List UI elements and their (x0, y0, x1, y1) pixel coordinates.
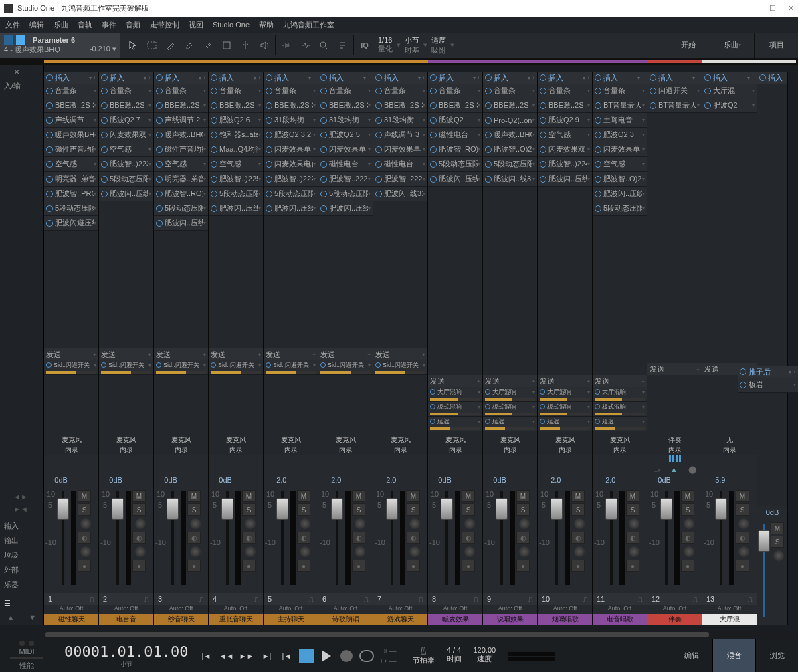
record-arm-button[interactable]: ● (242, 560, 256, 572)
input-label[interactable]: 内录 (99, 445, 153, 455)
route-label[interactable]: 伴奏 (647, 435, 702, 445)
monitor-button[interactable]: ◐ (352, 532, 365, 544)
fx-icon[interactable]: ▲ (670, 465, 678, 473)
solo-button[interactable]: S (516, 503, 530, 516)
mute-button[interactable]: M (626, 490, 639, 502)
channel-type-icon[interactable]: ⎍ (144, 595, 149, 603)
fader-knob[interactable] (605, 498, 617, 520)
insert-slot[interactable]: 肥波智..O)23▾ (483, 142, 537, 157)
channel-type-icon[interactable]: ⎍ (254, 595, 259, 603)
sidebar-外部[interactable]: 外部 (0, 562, 43, 577)
monitor-button[interactable]: ◐ (681, 532, 694, 544)
gain-knob[interactable] (519, 546, 530, 557)
insert-slot[interactable]: 肥波Q2 3 2▾ (264, 128, 318, 142)
insert-slot[interactable]: 音量条▾ (44, 84, 98, 98)
bend-tool-icon[interactable] (296, 36, 314, 55)
channel-name[interactable]: 说唱效果 (483, 614, 537, 625)
insert-slot[interactable]: 明亮器..弟音效▾ (154, 172, 208, 187)
mute-tool-icon[interactable] (217, 36, 236, 55)
sidebar-输出[interactable]: 输出 (0, 533, 43, 548)
pan-knob[interactable] (355, 518, 365, 529)
insert-slot[interactable]: BBE激..2S-3▾ (209, 98, 263, 113)
db-value[interactable]: -2.0 (384, 476, 397, 484)
route-label[interactable]: 麦克风 (593, 435, 647, 445)
insert-slot[interactable]: 5段动态压限▾ (154, 201, 208, 216)
send-slot[interactable]: 延迟▾ (538, 417, 592, 431)
route-label[interactable]: 麦克风 (209, 435, 263, 445)
insert-slot[interactable]: 肥波闪..压线36▾ (538, 172, 592, 187)
insert-slot[interactable]: 磁性电台▾ (428, 128, 482, 142)
horizontal-scrollbar[interactable] (44, 631, 798, 639)
tab-项目[interactable]: 项目 (754, 33, 798, 58)
mute-button[interactable]: M (736, 490, 749, 502)
record-arm-button[interactable]: ● (462, 560, 475, 572)
send-slot[interactable]: Sid..闪避开关▾ (373, 360, 427, 375)
send-slot[interactable]: 延迟▾ (593, 417, 647, 431)
loop-button[interactable] (359, 650, 374, 662)
send-slot[interactable]: 大厅混响▾ (428, 387, 482, 402)
input-label[interactable]: 内录 (647, 445, 702, 455)
insert-slot[interactable]: 闪麦效果单▾ (264, 142, 318, 157)
db-value[interactable]: 0dB (109, 476, 122, 484)
insert-slot[interactable]: 音量条▾ (154, 84, 208, 98)
monitor-button[interactable]: ◐ (407, 532, 420, 544)
automation-mode[interactable]: Auto: Off (483, 605, 537, 614)
insert-slot[interactable]: 空气感▾ (538, 128, 592, 142)
view-混音[interactable]: 混音 (712, 639, 755, 673)
insert-slot[interactable]: 肥波智..RO)3▾ (154, 187, 208, 201)
send-slot[interactable]: Sid..闪避开关▾ (154, 360, 208, 375)
menu-icon[interactable]: ☰ (4, 599, 11, 608)
insert-slot[interactable]: 肥波闪..线311▾ (373, 187, 427, 201)
channel-name[interactable]: 喊麦效果 (428, 614, 482, 625)
insert-header[interactable]: 插入▾ + (44, 72, 98, 84)
automation-mode[interactable]: Auto: Off (702, 605, 757, 614)
fader-knob[interactable] (221, 498, 233, 520)
insert-slot[interactable]: 肥波智..)223▾ (99, 157, 153, 172)
channel-name[interactable]: 主持聊天 (264, 614, 318, 625)
input-label[interactable]: 内录 (209, 445, 263, 455)
insert-slot[interactable]: 肥波Q2 9▾ (538, 113, 592, 128)
timecode-display[interactable]: 00001.01.01.00 (54, 643, 199, 660)
mute-button[interactable]: M (571, 490, 585, 502)
solo-button[interactable]: S (407, 503, 420, 516)
time-signature[interactable]: 4 / 4 (447, 646, 461, 654)
insert-slot[interactable]: 肥波智..)225▾ (209, 172, 263, 187)
menu-九鸿音频工作室[interactable]: 九鸿音频工作室 (283, 20, 334, 30)
insert-slot[interactable]: 空气感▾ (44, 157, 98, 172)
route-label[interactable]: 麦克风 (99, 435, 153, 445)
insert-slot[interactable]: 音量条▾ (99, 84, 153, 98)
record-arm-button[interactable]: ● (78, 560, 91, 572)
fader-knob[interactable] (386, 498, 398, 520)
insert-slot[interactable]: 5段动态压限▾ (44, 201, 98, 216)
insert-slot[interactable]: 肥波Q2 7▾ (99, 113, 153, 128)
send-slot[interactable]: Sid..闪避开关▾ (99, 360, 153, 375)
insert-header[interactable]: 插入▾ + (318, 72, 373, 84)
solo-button[interactable]: S (681, 503, 694, 516)
minimize-button[interactable]: — (750, 4, 757, 13)
pan-knob[interactable] (190, 518, 201, 529)
insert-slot[interactable]: 肥波闪..压线32▾ (593, 187, 647, 201)
send-slot[interactable]: 板式混响▾ (593, 402, 647, 417)
fader-knob[interactable] (496, 498, 508, 520)
automation-mode[interactable]: Auto: Off (264, 605, 318, 614)
preroll-icon[interactable]: ↦ — (381, 657, 396, 665)
insert-slot[interactable]: 音量条▾ (428, 84, 482, 98)
insert-slot[interactable]: 肥波智..2222▾ (318, 172, 373, 187)
insert-slot[interactable]: BT音量最大化▾ (647, 98, 702, 113)
route-label[interactable]: 麦克风 (483, 435, 537, 445)
send-slot[interactable]: 大厅混响▾ (538, 387, 592, 402)
solo-button[interactable]: S (297, 503, 310, 516)
insert-header[interactable]: 插入▾ + (538, 72, 592, 84)
gain-knob[interactable] (300, 546, 310, 557)
mute-button[interactable]: M (242, 490, 256, 502)
input-label[interactable]: 内录 (702, 445, 757, 455)
iq-button[interactable]: IQ (355, 36, 374, 55)
insert-slot[interactable]: 音量条▾ (483, 84, 537, 98)
sidebar-乐器[interactable]: 乐器 (0, 577, 43, 592)
gain-knob[interactable] (574, 546, 585, 557)
gain-knob[interactable] (629, 546, 639, 557)
insert-header[interactable]: 插入▾ + (264, 72, 318, 84)
mute-button[interactable]: M (78, 490, 91, 502)
channel-type-icon[interactable]: ⎍ (748, 595, 753, 603)
db-value[interactable]: -2.0 (329, 476, 342, 484)
